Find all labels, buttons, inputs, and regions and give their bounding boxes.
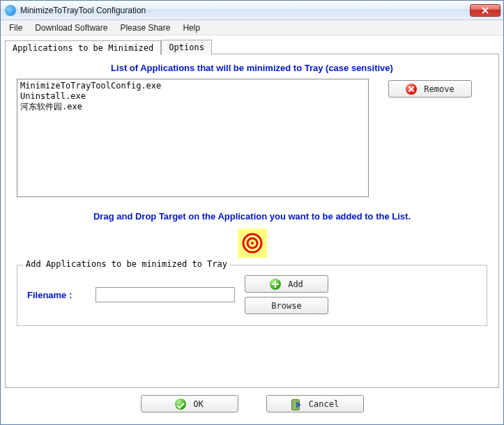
application-listbox[interactable]: MinimizeToTrayToolConfig.exe Uninstall.e… [17,79,369,197]
add-button-label: Add [288,279,303,289]
drag-drop-hint: Drag and Drop Target on the Application … [17,211,487,222]
browse-button[interactable]: Browse [245,297,328,314]
cancel-button-label: Cancel [309,399,339,409]
titlebar[interactable]: MinimizeToTrayTool Configuration [1,1,503,20]
target-icon [242,233,263,254]
add-application-group: Add Applications to be minimized to Tray… [17,265,487,326]
svg-point-4 [251,242,254,245]
content-area: 河东软件园 www.pc0359.cn Applications to be M… [1,36,503,424]
cancel-button[interactable]: Cancel [266,395,364,412]
ok-button[interactable]: OK [141,395,238,412]
menu-file[interactable]: File [3,21,28,35]
remove-button[interactable]: Remove [388,80,472,98]
browse-button-label: Browse [271,301,301,311]
cancel-icon [291,399,302,410]
menu-download-software[interactable]: Download Software [29,21,113,35]
window-title: MinimizeToTrayTool Configuration [20,6,470,15]
drag-drop-target[interactable] [238,229,267,258]
tab-panel-applications: List of Applications that will be minimi… [5,54,499,388]
app-window: MinimizeToTrayTool Configuration File Do… [0,0,504,425]
menubar: File Download Software Please Share Help [1,20,503,36]
tab-options[interactable]: Options [161,40,212,54]
add-button[interactable]: Add [245,275,328,293]
ok-icon [175,399,186,410]
ok-button-label: OK [193,399,203,409]
tab-applications[interactable]: Applications to be Minimized [5,40,161,55]
dialog-buttons: OK Cancel [5,388,499,417]
close-button[interactable] [470,4,501,17]
tabstrip: Applications to be Minimized Options [5,40,499,54]
app-icon [5,5,16,16]
list-heading: List of Applications that will be minimi… [17,63,487,73]
fieldset-legend: Add Applications to be minimized to Tray [23,259,230,269]
remove-icon [406,84,417,95]
remove-button-label: Remove [424,84,454,94]
add-icon [270,279,281,290]
close-icon [482,7,489,14]
menu-please-share[interactable]: Please Share [114,21,176,35]
filename-input[interactable] [96,287,235,302]
menu-help[interactable]: Help [177,21,206,35]
filename-label: Filename : [27,290,86,300]
